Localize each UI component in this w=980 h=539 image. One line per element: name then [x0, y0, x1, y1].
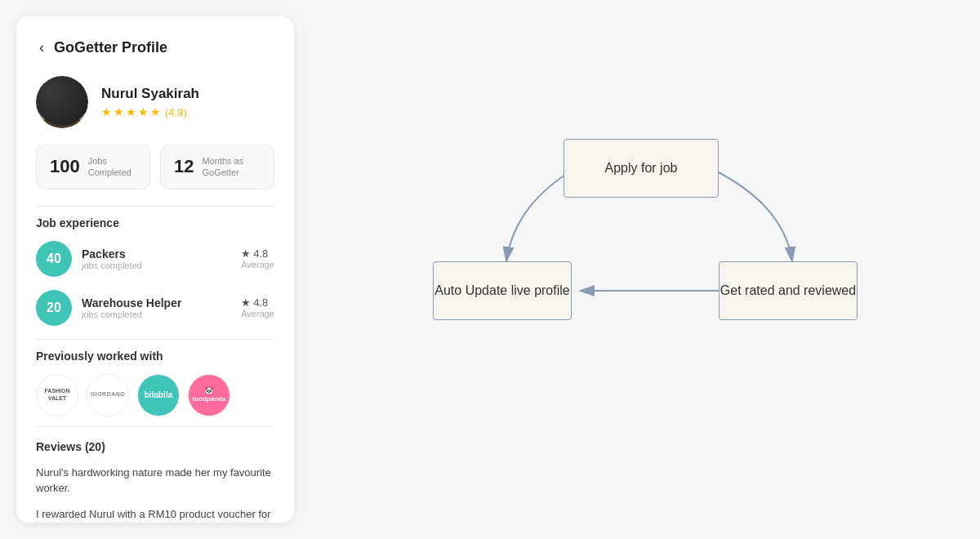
avatar — [36, 76, 88, 128]
previously-worked-title: Previously worked with — [36, 350, 274, 363]
divider-2 — [36, 339, 274, 340]
warehouse-rating-num: ★ 4.8 — [241, 296, 274, 309]
packers-name: Packers — [82, 247, 231, 261]
stats-row: 100 Jobs Completed 12 Months as GoGetter — [36, 145, 274, 189]
reviews-section: Reviews (20) Nurul's hardworking nature … — [36, 440, 274, 523]
months-stat-box: 12 Months as GoGetter — [160, 145, 274, 189]
profile-title: GoGetter Profile — [54, 39, 167, 56]
job-experience-section: Job experience 40 Packers jobs completed… — [36, 216, 274, 326]
divider-3 — [36, 426, 274, 427]
company-foodpanda: 🐼 foodpanda — [188, 374, 230, 416]
diagram-container: Apply for job Get rated and reviewed Aut… — [433, 139, 858, 400]
back-button[interactable]: ‹ — [36, 36, 47, 60]
company-bilabila: bilabila — [137, 374, 180, 416]
warehouse-rating-label: Average — [241, 309, 274, 318]
warehouse-details: Warehouse Helper jobs completed — [82, 296, 231, 319]
rating-number: (4.8) — [165, 106, 187, 118]
profile-name: Nurul Syakirah — [101, 86, 199, 102]
review-item-1: Nurul's hardworking nature made her my f… — [36, 465, 274, 497]
warehouse-sub: jobs completed — [82, 310, 231, 319]
packers-rating-label: Average — [241, 260, 274, 270]
jobs-count: 100 — [50, 156, 80, 177]
star-2: ★ — [114, 105, 124, 118]
stars-row: ★ ★ ★ ★ ★ (4.8) — [101, 105, 199, 118]
profile-header: ‹ GoGetter Profile — [36, 36, 274, 60]
auto-box-label: Auto Update live profile — [434, 282, 569, 300]
packers-star-icon: ★ — [241, 247, 251, 260]
packers-details: Packers jobs completed — [82, 247, 231, 270]
companies-row: FASHION VALET GIORDANO bilabila 🐼 foodpa… — [36, 374, 274, 416]
diagram-box-auto: Auto Update live profile — [433, 261, 572, 320]
warehouse-count-badge: 20 — [36, 290, 72, 326]
diagram-panel: Apply for job Get rated and reviewed Aut… — [327, 16, 964, 523]
packers-rating: ★ 4.8 Average — [241, 247, 274, 270]
warehouse-name: Warehouse Helper — [82, 296, 231, 310]
job-item-warehouse: 20 Warehouse Helper jobs completed ★ 4.8… — [36, 290, 274, 326]
diagram-box-rated: Get rated and reviewed — [719, 261, 858, 320]
months-label: Months as GoGetter — [202, 155, 261, 179]
profile-card: ‹ GoGetter Profile Nurul Syakirah ★ ★ ★ … — [16, 16, 294, 523]
page-container: ‹ GoGetter Profile Nurul Syakirah ★ ★ ★ … — [0, 0, 980, 539]
reviews-title: Reviews (20) — [36, 440, 274, 453]
company-fashionvalet: FASHION VALET — [36, 374, 78, 416]
profile-name-section: Nurul Syakirah ★ ★ ★ ★ ★ (4.8) — [101, 86, 199, 118]
months-count: 12 — [174, 156, 194, 177]
packers-rating-num: ★ 4.8 — [241, 247, 274, 260]
packers-count-badge: 40 — [36, 241, 72, 277]
company-giordano: GIORDANO — [87, 374, 129, 416]
previously-worked-section: Previously worked with FASHION VALET GIO… — [36, 350, 274, 416]
rated-box-label: Get rated and reviewed — [720, 282, 856, 300]
star-3: ★ — [126, 105, 136, 118]
job-item-packers: 40 Packers jobs completed ★ 4.8 Average — [36, 241, 274, 277]
jobs-label: Jobs Completed — [88, 155, 136, 179]
jobs-stat-box: 100 Jobs Completed — [36, 145, 150, 189]
star-5: ★ — [150, 105, 161, 118]
warehouse-rating: ★ 4.8 Average — [241, 296, 274, 318]
star-4: ★ — [138, 105, 149, 118]
divider-1 — [36, 206, 274, 207]
diagram-box-apply: Apply for job — [564, 139, 719, 198]
review-item-2: I rewarded Nurul with a RM10 product vou… — [36, 506, 274, 523]
star-1: ★ — [101, 105, 112, 118]
warehouse-star-icon: ★ — [241, 296, 251, 309]
job-experience-title: Job experience — [36, 216, 274, 229]
profile-info: Nurul Syakirah ★ ★ ★ ★ ★ (4.8) — [36, 76, 274, 128]
apply-box-label: Apply for job — [605, 159, 678, 177]
packers-sub: jobs completed — [82, 261, 231, 270]
